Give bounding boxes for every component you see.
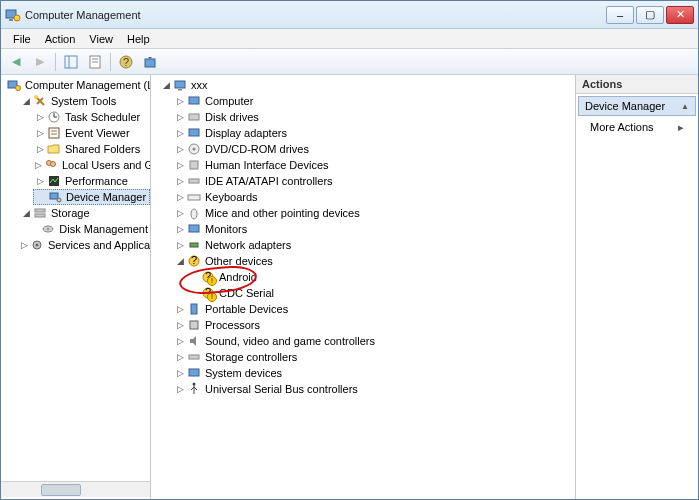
- properties-button[interactable]: [84, 51, 106, 73]
- ide-icon: [187, 174, 201, 188]
- svg-rect-41: [190, 243, 198, 247]
- properties-icon: [88, 55, 102, 69]
- dev-monitors[interactable]: ▷Monitors: [173, 221, 575, 237]
- action-selected-node[interactable]: Device Manager ▲: [578, 96, 696, 116]
- users-icon: [44, 158, 58, 172]
- dev-ide[interactable]: ▷IDE ATA/ATAPI controllers: [173, 173, 575, 189]
- dev-dvd[interactable]: ▷DVD/CD-ROM drives: [173, 141, 575, 157]
- svg-rect-49: [190, 321, 198, 329]
- expander-icon[interactable]: ▷: [175, 176, 185, 186]
- expander-icon[interactable]: ▷: [35, 144, 45, 154]
- scroll-thumb[interactable]: [41, 484, 81, 496]
- expander-icon[interactable]: ▷: [175, 352, 185, 362]
- unknown-device-icon: ?: [201, 286, 215, 300]
- device-root[interactable]: ◢xxx: [159, 77, 575, 93]
- expander-icon[interactable]: ▷: [35, 160, 42, 170]
- dev-usb[interactable]: ▷Universal Serial Bus controllers: [173, 381, 575, 397]
- unknown-device-icon: ?: [201, 270, 215, 284]
- dev-mice[interactable]: ▷Mice and other pointing devices: [173, 205, 575, 221]
- close-button[interactable]: ✕: [666, 6, 694, 24]
- computer-icon: [187, 94, 201, 108]
- titlebar[interactable]: Computer Management – ▢ ✕: [1, 1, 698, 29]
- dev-other-devices[interactable]: ◢?Other devices: [173, 253, 575, 269]
- expander-icon[interactable]: ▷: [175, 96, 185, 106]
- tree-storage[interactable]: ◢Storage: [19, 205, 150, 221]
- tree-root-computer-management[interactable]: Computer Management (Local: [5, 77, 150, 93]
- tree-system-tools[interactable]: ◢ System Tools: [19, 93, 150, 109]
- tree-label: Android: [219, 271, 257, 283]
- dev-processors[interactable]: ▷Processors: [173, 317, 575, 333]
- tree-label: Human Interface Devices: [205, 159, 329, 171]
- forward-button[interactable]: ▶: [29, 51, 51, 73]
- svg-rect-1: [9, 19, 13, 21]
- svg-text:?: ?: [205, 270, 211, 282]
- menu-help[interactable]: Help: [121, 31, 156, 47]
- tree-label: Universal Serial Bus controllers: [205, 383, 358, 395]
- expander-icon[interactable]: ▷: [175, 320, 185, 330]
- tree-label: Processors: [205, 319, 260, 331]
- expander-icon[interactable]: ▷: [175, 304, 185, 314]
- hid-icon: [187, 158, 201, 172]
- dev-computer[interactable]: ▷Computer: [173, 93, 575, 109]
- dev-hid[interactable]: ▷Human Interface Devices: [173, 157, 575, 173]
- horizontal-scrollbar[interactable]: [1, 481, 150, 497]
- expander-icon[interactable]: ▷: [175, 128, 185, 138]
- maximize-button[interactable]: ▢: [636, 6, 664, 24]
- expander-icon[interactable]: ▷: [175, 208, 185, 218]
- action-more-actions[interactable]: More Actions ▸: [576, 118, 698, 137]
- expander-icon[interactable]: ▷: [175, 240, 185, 250]
- menu-action[interactable]: Action: [39, 31, 82, 47]
- dev-disk-drives[interactable]: ▷Disk drives: [173, 109, 575, 125]
- expander-icon[interactable]: ▷: [175, 336, 185, 346]
- tree-device-manager[interactable]: Device Manager: [33, 189, 150, 205]
- expander-icon[interactable]: ▷: [175, 144, 185, 154]
- help-button[interactable]: ?: [115, 51, 137, 73]
- expander-icon[interactable]: ▷: [175, 160, 185, 170]
- tree-disk-management[interactable]: Disk Management: [33, 221, 150, 237]
- tree-local-users[interactable]: ▷Local Users and Groups: [33, 157, 150, 173]
- dev-sound[interactable]: ▷Sound, video and game controllers: [173, 333, 575, 349]
- tree-label: Keyboards: [205, 191, 258, 203]
- expander-icon[interactable]: ▷: [175, 368, 185, 378]
- tree-performance[interactable]: ▷Performance: [33, 173, 150, 189]
- tree-event-viewer[interactable]: ▷Event Viewer: [33, 125, 150, 141]
- expander-spacer: [189, 288, 199, 298]
- svg-text:?: ?: [191, 254, 197, 266]
- expander-icon[interactable]: ▷: [35, 176, 45, 186]
- svg-rect-23: [35, 209, 45, 212]
- dev-android[interactable]: ?Android: [187, 269, 575, 285]
- expander-icon[interactable]: ▷: [175, 192, 185, 202]
- expander-icon[interactable]: ◢: [161, 80, 171, 90]
- menu-file[interactable]: File: [7, 31, 37, 47]
- minimize-button[interactable]: –: [606, 6, 634, 24]
- expander-icon[interactable]: ▷: [21, 240, 28, 250]
- svg-rect-37: [189, 179, 199, 183]
- tree-shared-folders[interactable]: ▷Shared Folders: [33, 141, 150, 157]
- expander-icon[interactable]: ▷: [175, 224, 185, 234]
- expander-icon[interactable]: ◢: [21, 208, 31, 218]
- show-hide-tree-button[interactable]: [60, 51, 82, 73]
- menu-view[interactable]: View: [83, 31, 119, 47]
- expander-icon[interactable]: ◢: [175, 256, 185, 266]
- dev-storage-controllers[interactable]: ▷Storage controllers: [173, 349, 575, 365]
- expander-icon[interactable]: ▷: [175, 112, 185, 122]
- dev-cdc-serial[interactable]: ?CDC Serial: [187, 285, 575, 301]
- svg-point-12: [16, 86, 21, 91]
- expander-icon[interactable]: ▷: [35, 112, 45, 122]
- dev-network[interactable]: ▷Network adapters: [173, 237, 575, 253]
- dev-portable[interactable]: ▷Portable Devices: [173, 301, 575, 317]
- expander-icon[interactable]: ◢: [21, 96, 31, 106]
- expander-icon[interactable]: ▷: [35, 128, 45, 138]
- dev-display[interactable]: ▷Display adapters: [173, 125, 575, 141]
- svg-point-26: [47, 228, 49, 230]
- maximize-glyph: ▢: [645, 8, 655, 21]
- dev-keyboards[interactable]: ▷Keyboards: [173, 189, 575, 205]
- back-button[interactable]: ◀: [5, 51, 27, 73]
- tree-task-scheduler[interactable]: ▷Task Scheduler: [33, 109, 150, 125]
- tree-services-apps[interactable]: ▷Services and Applications: [19, 237, 150, 253]
- tree-label: Network adapters: [205, 239, 291, 251]
- expander-icon[interactable]: ▷: [175, 384, 185, 394]
- refresh-button[interactable]: [139, 51, 161, 73]
- tree-label: Monitors: [205, 223, 247, 235]
- dev-system[interactable]: ▷System devices: [173, 365, 575, 381]
